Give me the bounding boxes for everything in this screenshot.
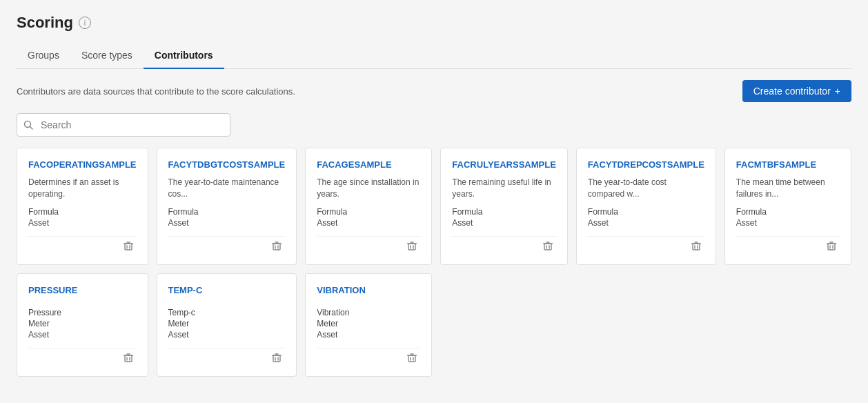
- card-description-facytdrepcostsample: The year-to-date cost compared w...: [588, 177, 704, 200]
- trash-icon: [123, 241, 134, 252]
- search-icon: [23, 120, 33, 130]
- svg-rect-17: [544, 244, 551, 250]
- card-facoperatingsample: FACOPERATINGSAMPLEDetermines if an asset…: [17, 148, 148, 265]
- cards-grid: FACOPERATINGSAMPLEDetermines if an asset…: [17, 148, 851, 377]
- card-meta-item-temp-c-0: Temp-c: [168, 308, 286, 317]
- card-footer-facmtbfsample: [736, 236, 840, 253]
- card-meta-item-facytdrepcostsample-1: Asset: [588, 218, 704, 228]
- tabs: Groups Score types Contributors: [17, 43, 851, 69]
- card-footer-facrulyearssample: [452, 236, 555, 253]
- card-meta-item-facytdbgtcostsample-1: Asset: [168, 218, 286, 228]
- trash-icon: [691, 241, 702, 252]
- card-description-facoperatingsample: Determines if an asset is operating.: [28, 177, 137, 200]
- tab-score-types[interactable]: Score types: [70, 43, 144, 69]
- card-title-facrulyearssample[interactable]: FACRULYEARSSAMPLE: [452, 159, 555, 170]
- svg-rect-7: [273, 244, 280, 250]
- card-title-temp-c[interactable]: TEMP-C: [168, 285, 286, 295]
- trash-icon: [271, 353, 282, 364]
- card-meta-item-facytdbgtcostsample-0: Formula: [168, 207, 286, 217]
- card-temp-c: TEMP-CTemp-cMeterAsset: [157, 273, 297, 377]
- card-title-facmtbfsample[interactable]: FACMTBFSAMPLE: [736, 159, 840, 170]
- card-vibration: VIBRATIONVibrationMeterAsset: [305, 273, 432, 377]
- card-meta-item-pressure-1: Meter: [28, 319, 137, 328]
- card-facytdrepcostsample: FACYTDREPCOSTSAMPLEThe year-to-date cost…: [576, 148, 716, 265]
- card-spacer-temp-c: [168, 302, 286, 308]
- card-title-pressure[interactable]: PRESSURE: [28, 285, 137, 295]
- svg-rect-32: [125, 355, 132, 362]
- card-title-facytdrepcostsample[interactable]: FACYTDREPCOSTSAMPLE: [588, 159, 704, 170]
- card-title-facytdbgtcostsample[interactable]: FACYTDBGTCOSTSAMPLE: [168, 159, 286, 170]
- card-facmtbfsample: FACMTBFSAMPLEThe mean time between failu…: [724, 148, 851, 265]
- card-description-facmtbfsample: The mean time between failures in...: [736, 177, 840, 200]
- card-meta-item-temp-c-1: Meter: [168, 319, 286, 328]
- card-meta-facytdbgtcostsample: FormulaAsset: [168, 207, 286, 228]
- page-header: Scoring i: [17, 14, 851, 32]
- card-description-facagesample: The age since installation in years.: [317, 177, 420, 200]
- card-pressure: PRESSUREPressureMeterAsset: [17, 273, 148, 377]
- card-meta-pressure: PressureMeterAsset: [28, 308, 137, 340]
- tab-groups[interactable]: Groups: [17, 43, 70, 69]
- card-meta-item-vibration-2: Asset: [317, 330, 420, 340]
- card-meta-item-facoperatingsample-0: Formula: [28, 207, 137, 217]
- card-meta-item-facagesample-0: Formula: [317, 207, 420, 217]
- toolbar: Contributors are data sources that contr…: [17, 80, 851, 102]
- card-title-facoperatingsample[interactable]: FACOPERATINGSAMPLE: [28, 159, 137, 170]
- delete-button-vibration[interactable]: [404, 351, 420, 365]
- card-facrulyearssample: FACRULYEARSSAMPLEThe remaining useful li…: [440, 148, 567, 265]
- card-meta-item-facrulyearssample-0: Formula: [452, 207, 555, 217]
- card-meta-item-pressure-2: Asset: [28, 330, 137, 340]
- svg-rect-12: [408, 244, 415, 250]
- card-meta-temp-c: Temp-cMeterAsset: [168, 308, 286, 340]
- card-meta-item-vibration-0: Vibration: [317, 308, 420, 317]
- card-meta-item-facytdrepcostsample-0: Formula: [588, 207, 704, 217]
- svg-rect-37: [273, 355, 280, 362]
- page-subtitle: Contributors are data sources that contr…: [17, 86, 295, 97]
- card-spacer-pressure: [28, 302, 137, 308]
- svg-rect-2: [125, 244, 132, 250]
- trash-icon: [826, 241, 837, 252]
- card-meta-item-facagesample-1: Asset: [317, 218, 420, 228]
- card-description-facytdbgtcostsample: The year-to-date maintenance cos...: [168, 177, 286, 200]
- delete-button-facmtbfsample[interactable]: [823, 239, 840, 253]
- card-meta-item-facmtbfsample-1: Asset: [736, 218, 840, 228]
- delete-button-facytdbgtcostsample[interactable]: [268, 239, 285, 253]
- card-meta-facoperatingsample: FormulaAsset: [28, 207, 137, 228]
- info-icon[interactable]: i: [79, 17, 91, 29]
- create-contributor-button[interactable]: Create contributor +: [742, 80, 851, 102]
- card-meta-facrulyearssample: FormulaAsset: [452, 207, 555, 228]
- trash-icon: [406, 353, 417, 364]
- delete-button-pressure[interactable]: [120, 351, 137, 365]
- page-title: Scoring: [17, 14, 73, 32]
- delete-button-temp-c[interactable]: [268, 351, 285, 365]
- trash-icon: [271, 241, 282, 252]
- card-meta-item-facmtbfsample-0: Formula: [736, 207, 840, 217]
- card-meta-facmtbfsample: FormulaAsset: [736, 207, 840, 228]
- svg-rect-27: [828, 244, 835, 250]
- card-meta-item-pressure-0: Pressure: [28, 308, 137, 317]
- card-spacer-vibration: [317, 302, 420, 308]
- card-meta-item-vibration-1: Meter: [317, 319, 420, 328]
- trash-icon: [542, 241, 553, 252]
- card-meta-vibration: VibrationMeterAsset: [317, 308, 420, 340]
- card-footer-pressure: [28, 348, 137, 365]
- card-footer-vibration: [317, 348, 420, 365]
- card-footer-temp-c: [168, 348, 286, 365]
- svg-rect-42: [408, 355, 415, 362]
- card-title-vibration[interactable]: VIBRATION: [317, 285, 420, 295]
- card-meta-item-facoperatingsample-1: Asset: [28, 218, 137, 228]
- card-meta-item-facrulyearssample-1: Asset: [452, 218, 555, 228]
- card-meta-facagesample: FormulaAsset: [317, 207, 420, 228]
- card-description-facrulyearssample: The remaining useful life in years.: [452, 177, 555, 200]
- delete-button-facoperatingsample[interactable]: [120, 239, 137, 253]
- delete-button-facrulyearssample[interactable]: [540, 239, 556, 253]
- delete-button-facagesample[interactable]: [404, 239, 420, 253]
- tab-contributors[interactable]: Contributors: [144, 43, 224, 69]
- delete-button-facytdrepcostsample[interactable]: [688, 239, 704, 253]
- card-footer-facoperatingsample: [28, 236, 137, 253]
- search-input[interactable]: [17, 113, 230, 137]
- app-container: Scoring i Groups Score types Contributor…: [0, 0, 868, 403]
- card-facytdbgtcostsample: FACYTDBGTCOSTSAMPLEThe year-to-date main…: [157, 148, 297, 265]
- card-meta-item-temp-c-2: Asset: [168, 330, 286, 340]
- card-title-facagesample[interactable]: FACAGESAMPLE: [317, 159, 420, 170]
- card-footer-facytdrepcostsample: [588, 236, 704, 253]
